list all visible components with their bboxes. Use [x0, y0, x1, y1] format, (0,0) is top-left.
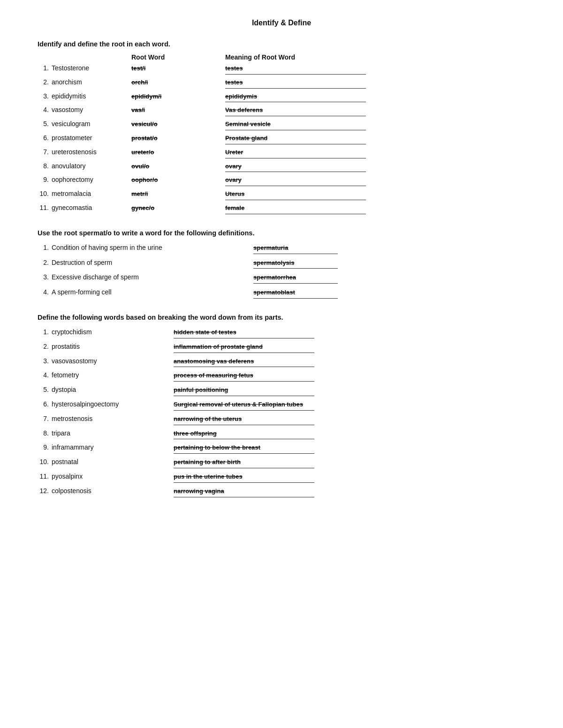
item-number: 9. — [38, 442, 52, 452]
root-word: oophor/o — [131, 175, 225, 185]
item-number: 4. — [38, 287, 52, 297]
root-meaning: female — [225, 203, 366, 214]
section2-header: Use the root spermat/o to write a word f… — [38, 229, 525, 237]
row-number: 8. — [38, 161, 52, 171]
word-term: gynecomastia — [52, 203, 131, 213]
word-definition: Surgical removal of uterus & Fallopian t… — [174, 400, 314, 411]
item-number: 1. — [38, 327, 52, 337]
word-term: inframammary — [52, 442, 174, 452]
root-meaning: Prostate gland — [225, 134, 366, 144]
definition-text: Excessive discharge of sperm — [52, 272, 253, 282]
root-word: gynec/o — [131, 203, 225, 213]
list-item: 12. colpostenosis narrowing vagina — [38, 486, 525, 497]
word-definition: narrowing of the uterus — [174, 414, 314, 425]
word-term: vasostomy — [52, 105, 131, 115]
list-item: 9. inframammary pertaining to below the … — [38, 442, 525, 454]
answer-text: spermatoblast — [253, 288, 338, 299]
root-meaning: testes — [225, 64, 366, 75]
row-number: 1. — [38, 63, 52, 73]
list-item: 1. Condition of having sperm in the urin… — [38, 242, 525, 254]
root-meaning: epididymis — [225, 92, 366, 103]
table-row: 11. gynecomastia gynec/o female — [38, 203, 525, 214]
list-item: 8. tripara three offspring — [38, 428, 525, 440]
row-number: 3. — [38, 91, 52, 101]
word-definition: pus in the uterine tubes — [174, 472, 314, 483]
root-word: epididym/i — [131, 92, 225, 102]
item-number: 10. — [38, 457, 52, 467]
table-row: 8. anovulatory ovul/o ovary — [38, 161, 525, 173]
root-meaning: ovary — [225, 162, 366, 173]
root-word: test/i — [131, 64, 225, 74]
define-rows: 1. cryptochidism hidden state of testes … — [38, 327, 525, 497]
list-item: 4. A sperm-forming cell spermatoblast — [38, 287, 525, 299]
table-row: 4. vasostomy vas/i Vas deferens — [38, 105, 525, 116]
list-item: 4. fetometry process of measuring fetus — [38, 370, 525, 382]
table-row: 1. Testosterone test/i testes — [38, 63, 525, 75]
row-number: 7. — [38, 147, 52, 157]
list-item: 11. pyosalpinx pus in the uterine tubes — [38, 471, 525, 483]
item-number: 5. — [38, 384, 52, 395]
root-word: prostat/o — [131, 134, 225, 143]
answer-text: spermaturia — [253, 243, 338, 254]
section-define-words: Define the following words based on brea… — [38, 314, 525, 497]
root-meaning: Vas deferens — [225, 105, 366, 116]
root-meaning: testes — [225, 78, 366, 89]
item-number: 6. — [38, 399, 52, 409]
table-row: 3. epididymitis epididym/i epididymis — [38, 91, 525, 103]
word-term: metromalacia — [52, 188, 131, 199]
root-word: ovul/o — [131, 162, 225, 172]
list-item: 10. postnatal pertaining to after birth — [38, 457, 525, 468]
list-item: 7. metrostenosis narrowing of the uterus — [38, 413, 525, 425]
root-meaning: Uterus — [225, 189, 366, 200]
table-row: 5. vesiculogram vesicul/o Seminal vesicl… — [38, 119, 525, 130]
word-definition: pertaining to below the breast — [174, 443, 314, 454]
item-number: 3. — [38, 272, 52, 282]
row-number: 11. — [38, 203, 52, 213]
section3-header: Define the following words based on brea… — [38, 314, 525, 321]
word-definition: anastomosing vas deferens — [174, 357, 314, 368]
item-number: 1. — [38, 242, 52, 253]
root-meaning: Seminal vesicle — [225, 120, 366, 130]
root-word: orch/i — [131, 78, 225, 88]
item-number: 8. — [38, 428, 52, 438]
list-item: 6. hysterosalpingoectomy Surgical remova… — [38, 399, 525, 411]
definition-text: A sperm-forming cell — [52, 287, 253, 297]
word-definition: process of measuring fetus — [174, 371, 314, 382]
row-number: 5. — [38, 119, 52, 129]
section-spermat: Use the root spermat/o to write a word f… — [38, 229, 525, 299]
root-meaning: ovary — [225, 175, 366, 186]
word-term: cryptochidism — [52, 327, 174, 337]
word-term: anorchism — [52, 77, 131, 87]
definition-text: Destruction of sperm — [52, 257, 253, 268]
word-definition: hidden state of testes — [174, 328, 314, 338]
definition-text: Condition of having sperm in the urine — [52, 242, 253, 253]
item-number: 7. — [38, 413, 52, 424]
word-term: pyosalpinx — [52, 471, 174, 481]
row-number: 6. — [38, 133, 52, 143]
word-term: ureterostenosis — [52, 147, 131, 157]
root-meaning: Ureter — [225, 148, 366, 158]
word-term: postnatal — [52, 457, 174, 467]
table-header: Root Word Meaning of Root Word — [131, 53, 525, 61]
list-item: 3. Excessive discharge of sperm spermato… — [38, 272, 525, 284]
table-row: 7. ureterostenosis ureter/o Ureter — [38, 147, 525, 158]
answer-text: spermatorrhea — [253, 273, 338, 284]
row-number: 2. — [38, 77, 52, 87]
list-item: 2. prostatitis inflammation of prostate … — [38, 341, 525, 353]
root-word: metr/i — [131, 189, 225, 199]
table-row: 9. oophorectomy oophor/o ovary — [38, 174, 525, 186]
word-term: prostatitis — [52, 341, 174, 352]
page-title: Identify & Define — [38, 19, 525, 27]
table-row: 2. anorchism orch/i testes — [38, 77, 525, 89]
word-definition: inflammation of prostate gland — [174, 342, 314, 353]
word-definition: three offspring — [174, 429, 314, 440]
word-term: colpostenosis — [52, 486, 174, 496]
row-number: 9. — [38, 174, 52, 185]
word-term: Testosterone — [52, 63, 131, 73]
section-identify-define: Identify and define the root in each wor… — [38, 40, 525, 214]
word-term: tripara — [52, 428, 174, 438]
root-word: vas/i — [131, 105, 225, 115]
col-meaning-header: Meaning of Root Word — [225, 53, 366, 61]
word-term: fetometry — [52, 370, 174, 380]
word-term: anovulatory — [52, 161, 131, 171]
